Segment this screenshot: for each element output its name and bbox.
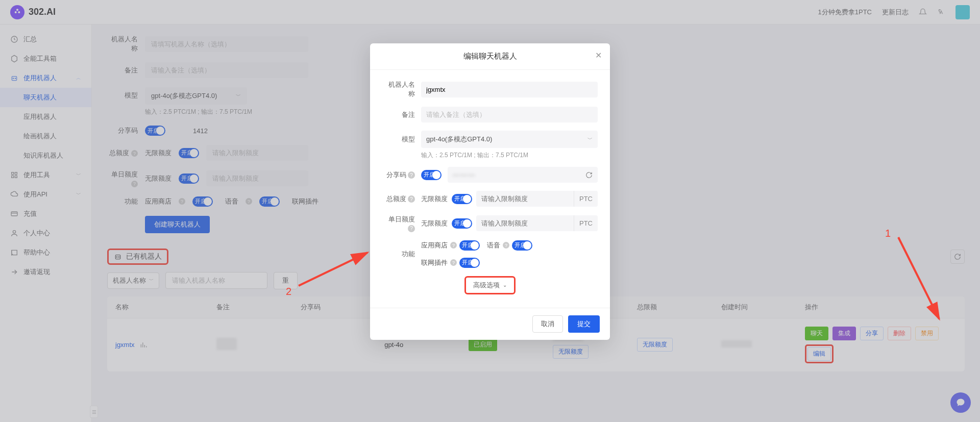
m-toggle-total[interactable]: 开启: [452, 194, 472, 204]
help-icon[interactable]: ?: [408, 171, 415, 179]
help-icon[interactable]: ?: [408, 195, 415, 203]
help-icon[interactable]: ?: [450, 242, 457, 249]
m-toggle-voice[interactable]: 开启: [512, 240, 532, 251]
m-toggle-plugin[interactable]: 开启: [459, 258, 480, 268]
m-model-hint: 输入：2.5 PTC/1M ; 输出：7.5 PTC/1M: [421, 151, 598, 160]
m-share-display: ———: [448, 167, 598, 183]
modal-close-button[interactable]: ✕: [595, 51, 602, 60]
m-label-share: 分享码?: [382, 170, 415, 180]
m-toggle-daily[interactable]: 开启: [452, 218, 472, 229]
edit-bot-modal: 编辑聊天机器人 ✕ 机器人名称 备注 模型gpt-4o(多模态GPT4.0)﹀ …: [370, 43, 610, 340]
help-icon[interactable]: ?: [450, 259, 457, 266]
advanced-options-button[interactable]: 高级选项⌄: [464, 276, 516, 294]
modal-title: 编辑聊天机器人 ✕: [370, 43, 610, 70]
m-label-total: 总额度?: [382, 194, 415, 204]
m-input-note[interactable]: [421, 107, 598, 122]
help-icon[interactable]: ?: [503, 242, 509, 249]
refresh-icon[interactable]: [585, 171, 593, 179]
m-input-daily: [476, 215, 574, 231]
m-label-model: 模型: [382, 135, 415, 144]
m-input-total: [476, 191, 574, 207]
submit-button[interactable]: 提交: [568, 315, 600, 333]
m-input-name[interactable]: [421, 82, 598, 97]
m-label-daily: 单日额度?: [382, 215, 415, 232]
m-label-features: 功能: [382, 250, 415, 259]
m-label-note: 备注: [382, 110, 415, 119]
m-toggle-store[interactable]: 开启: [459, 240, 480, 251]
m-select-model[interactable]: gpt-4o(多模态GPT4.0)﹀: [421, 131, 598, 148]
help-icon[interactable]: ?: [408, 225, 415, 232]
chevron-down-icon: ﹀: [587, 136, 593, 143]
cancel-button[interactable]: 取消: [532, 315, 563, 333]
chevron-down-icon: ⌄: [503, 282, 507, 288]
m-toggle-share[interactable]: 开启: [421, 170, 442, 180]
m-label-name: 机器人名称: [382, 80, 415, 98]
